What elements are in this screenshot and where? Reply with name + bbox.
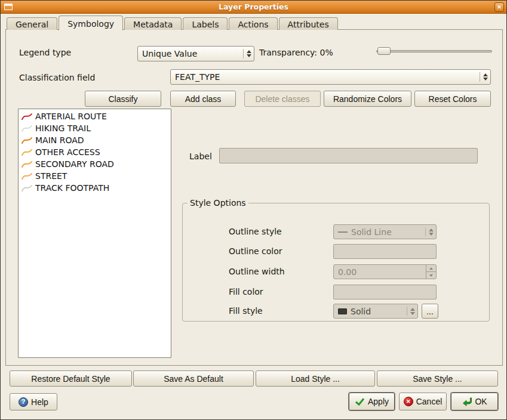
class-name: ARTERIAL ROUTE [35, 112, 107, 121]
tab-attributes[interactable]: Attributes [279, 17, 338, 30]
style-options-group: Style Options Outline style Solid Line O… [182, 198, 490, 322]
outline-style-label: Outline style [229, 227, 282, 236]
combo-arrows-icon [483, 73, 488, 81]
transparency-label: Transparency: 0% [259, 48, 333, 57]
outline-color-button [333, 244, 437, 259]
tab-metadata[interactable]: Metadata [124, 17, 182, 30]
close-icon: ✕ [497, 4, 502, 10]
slider-track[interactable] [376, 50, 492, 52]
slider-handle[interactable] [377, 47, 391, 55]
line-symbol-icon [21, 184, 33, 192]
title-bar[interactable]: Layer Properties ✕ [1, 1, 506, 14]
label-field-label: Label [189, 152, 212, 161]
restore-default-style-button[interactable]: Restore Default Style [10, 370, 132, 387]
spin-buttons [426, 265, 436, 279]
classify-button[interactable]: Classify [85, 91, 161, 107]
fill-color-button [333, 285, 437, 299]
combo-arrows-icon [410, 308, 415, 315]
load-style-button[interactable]: Load Style ... [256, 370, 375, 387]
outline-width-value: 0.00 [334, 265, 426, 279]
class-list-item[interactable]: ARTERIAL ROUTE [19, 110, 171, 122]
save-as-default-button[interactable]: Save As Default [133, 370, 254, 387]
outline-style-combo: Solid Line [333, 224, 437, 239]
outline-width-label: Outline width [229, 267, 285, 276]
ok-enter-arrow-icon [462, 397, 472, 407]
legend-type-combo[interactable]: Unique Value [137, 46, 254, 61]
class-list-item[interactable]: STREET [19, 170, 171, 182]
class-name: TRACK FOOTPATH [35, 183, 109, 193]
combo-separator [243, 49, 244, 58]
cancel-button[interactable]: ✕ Cancel [399, 393, 447, 410]
add-class-button[interactable]: Add class [170, 91, 236, 107]
tab-symbology[interactable]: Symbology [59, 16, 123, 30]
fill-style-label: Fill style [229, 306, 263, 316]
class-name: MAIN ROAD [35, 135, 84, 145]
window-title: Layer Properties [1, 2, 506, 11]
apply-button-label: Apply [368, 397, 389, 406]
save-style-button[interactable]: Save Style ... [377, 370, 498, 387]
fill-style-value: Solid [351, 307, 404, 316]
combo-separator [425, 227, 426, 236]
close-button[interactable]: ✕ [494, 2, 504, 12]
line-symbol-icon [21, 136, 33, 144]
combo-arrows-icon [429, 228, 434, 236]
class-list-item[interactable]: HIKING TRAIL [19, 122, 171, 134]
spin-up-icon [426, 265, 436, 272]
classification-field-label: Classification field [19, 73, 95, 82]
class-name: SECONDARY ROAD [35, 159, 114, 169]
help-button-label: Help [31, 397, 48, 407]
apply-check-icon [355, 397, 365, 407]
classification-field-combo[interactable]: FEAT_TYPE [170, 69, 491, 85]
fill-style-combo: Solid [333, 304, 418, 319]
help-icon: ? [19, 397, 28, 407]
label-input [219, 148, 478, 163]
line-symbol-icon [21, 148, 33, 156]
outline-color-label: Outline color [229, 246, 282, 256]
cancel-button-label: Cancel [416, 397, 443, 406]
class-list-item[interactable]: MAIN ROAD [19, 134, 171, 146]
combo-separator [407, 307, 407, 316]
layer-properties-dialog: Layer Properties ✕ General Symbology Met… [0, 0, 507, 420]
spin-down-icon [426, 272, 436, 279]
symbology-page: Legend type Unique Value Transparency: 0… [5, 29, 503, 366]
class-name: OTHER ACCESS [35, 147, 100, 157]
help-button[interactable]: ? Help [10, 393, 57, 410]
tab-labels[interactable]: Labels [183, 17, 228, 30]
fill-pattern-icon [338, 308, 347, 314]
tab-general[interactable]: General [7, 17, 57, 30]
apply-button[interactable]: Apply [349, 393, 395, 410]
randomize-colors-button[interactable]: Randomize Colors [324, 91, 411, 107]
legend-type-label: Legend type [19, 48, 71, 57]
class-list-item[interactable]: TRACK FOOTPATH [19, 182, 171, 194]
line-symbol-icon [21, 124, 33, 132]
cancel-icon: ✕ [404, 397, 413, 406]
class-list: ARTERIAL ROUTE HIKING TRAIL MAIN ROAD OT… [18, 109, 171, 358]
tab-actions[interactable]: Actions [229, 17, 277, 30]
line-style-icon [338, 231, 348, 233]
class-name: STREET [35, 171, 67, 181]
outline-width-spinbox: 0.00 [333, 264, 437, 279]
fill-color-label: Fill color [229, 287, 263, 297]
reset-colors-button[interactable]: Reset Colors [414, 91, 491, 107]
delete-classes-button: Delete classes [244, 91, 321, 107]
class-list-item[interactable]: SECONDARY ROAD [19, 158, 171, 170]
line-symbol-icon [21, 172, 33, 180]
fill-style-more-button[interactable]: ... [422, 304, 438, 319]
class-list-item[interactable]: OTHER ACCESS [19, 146, 171, 158]
class-name: HIKING TRAIL [35, 123, 91, 133]
ok-button-label: OK [475, 397, 487, 406]
combo-arrows-icon [247, 50, 251, 57]
tab-bar: General Symbology Metadata Labels Action… [7, 16, 339, 30]
legend-type-value: Unique Value [142, 49, 240, 58]
line-symbol-icon [21, 160, 33, 168]
classification-field-value: FEAT_TYPE [175, 72, 477, 82]
combo-separator [480, 72, 480, 82]
style-options-title: Style Options [188, 198, 248, 208]
transparency-slider[interactable] [376, 47, 492, 56]
line-symbol-icon [21, 112, 33, 121]
outline-style-value: Solid Line [351, 227, 422, 237]
ok-button[interactable]: OK [451, 393, 498, 410]
